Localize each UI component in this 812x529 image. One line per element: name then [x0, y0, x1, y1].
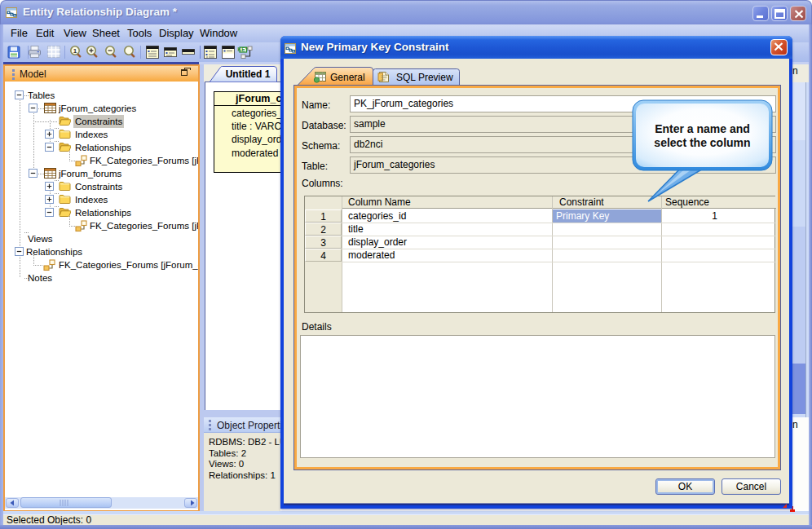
- svg-text:KEY: KEY: [238, 46, 249, 52]
- svg-text:General: General: [330, 72, 365, 83]
- svg-text:1: 1: [73, 47, 77, 55]
- svg-text:SQL Preview: SQL Preview: [396, 72, 453, 83]
- svg-text:Untitled 1: Untitled 1: [226, 68, 271, 80]
